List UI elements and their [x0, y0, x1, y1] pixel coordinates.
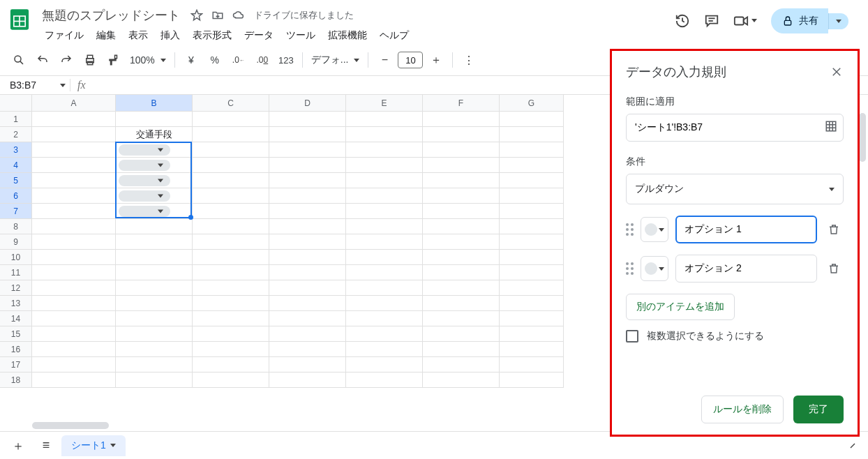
cell-D15[interactable]: [269, 326, 346, 342]
cell-B1[interactable]: [116, 112, 193, 127]
cell-E17[interactable]: [346, 357, 423, 373]
row-header-15[interactable]: 15: [0, 326, 32, 342]
cell-E18[interactable]: [346, 373, 423, 388]
cell-E9[interactable]: [346, 234, 423, 250]
option-color-1[interactable]: [641, 217, 668, 242]
row-header-12[interactable]: 12: [0, 280, 32, 296]
cell-F18[interactable]: [423, 373, 500, 388]
meet-icon[interactable]: [732, 12, 750, 30]
cell-E10[interactable]: [346, 250, 423, 265]
cell-D13[interactable]: [269, 296, 346, 311]
cell-C3[interactable]: [193, 142, 269, 158]
cell-D18[interactable]: [269, 373, 346, 388]
col-header-G[interactable]: G: [500, 95, 564, 112]
dropdown-chip[interactable]: [119, 206, 170, 217]
cell-G13[interactable]: [500, 296, 564, 311]
option-input-1[interactable]: [675, 216, 817, 243]
cell-B17[interactable]: [116, 357, 193, 373]
cell-A2[interactable]: [32, 127, 116, 142]
format-123-button[interactable]: 123: [276, 50, 297, 70]
cell-E3[interactable]: [346, 142, 423, 158]
col-header-A[interactable]: A: [32, 95, 116, 112]
sheets-logo[interactable]: [6, 6, 33, 33]
menu-help[interactable]: ヘルプ: [374, 27, 414, 45]
cell-B13[interactable]: [116, 296, 193, 311]
cell-F13[interactable]: [423, 296, 500, 311]
cell-F15[interactable]: [423, 326, 500, 342]
cell-F5[interactable]: [423, 173, 500, 188]
cell-B7[interactable]: [116, 204, 193, 219]
cell-E16[interactable]: [346, 342, 423, 357]
cell-D4[interactable]: [269, 158, 346, 173]
cell-D12[interactable]: [269, 280, 346, 296]
cell-C7[interactable]: [193, 204, 269, 219]
row-header-17[interactable]: 17: [0, 357, 32, 373]
cell-C14[interactable]: [193, 311, 269, 326]
cell-D8[interactable]: [269, 219, 346, 234]
cell-B11[interactable]: [116, 265, 193, 280]
cell-C8[interactable]: [193, 219, 269, 234]
add-sheet-button[interactable]: ＋: [6, 435, 31, 456]
cell-E4[interactable]: [346, 158, 423, 173]
delete-rule-button[interactable]: ルールを削除: [701, 396, 784, 423]
row-header-1[interactable]: 1: [0, 112, 32, 127]
cell-C4[interactable]: [193, 158, 269, 173]
menu-format[interactable]: 表示形式: [187, 27, 237, 45]
row-header-7[interactable]: 7: [0, 204, 32, 219]
cell-C5[interactable]: [193, 173, 269, 188]
doc-title[interactable]: 無題のスプレッドシート: [39, 6, 183, 25]
share-button[interactable]: 共有: [771, 8, 828, 33]
print-icon[interactable]: [80, 50, 100, 70]
cell-G1[interactable]: [500, 112, 564, 127]
share-dropdown[interactable]: [828, 13, 848, 29]
cell-B10[interactable]: [116, 250, 193, 265]
menu-view[interactable]: 表示: [123, 27, 154, 45]
cell-C17[interactable]: [193, 357, 269, 373]
row-header-9[interactable]: 9: [0, 234, 32, 250]
add-item-button[interactable]: 別のアイテムを追加: [626, 294, 735, 320]
cell-C16[interactable]: [193, 342, 269, 357]
font-size-increase[interactable]: ＋: [426, 50, 447, 70]
col-header-C[interactable]: C: [193, 95, 269, 112]
cell-B9[interactable]: [116, 234, 193, 250]
cell-C6[interactable]: [193, 188, 269, 204]
cell-B3[interactable]: [116, 142, 193, 158]
cell-F16[interactable]: [423, 342, 500, 357]
menu-insert[interactable]: 挿入: [155, 27, 186, 45]
row-header-5[interactable]: 5: [0, 173, 32, 188]
delete-option-1-icon[interactable]: [824, 220, 844, 239]
cell-A16[interactable]: [32, 342, 116, 357]
cell-E12[interactable]: [346, 280, 423, 296]
cell-D2[interactable]: [269, 127, 346, 142]
cell-A17[interactable]: [32, 357, 116, 373]
cell-C15[interactable]: [193, 326, 269, 342]
cell-E6[interactable]: [346, 188, 423, 204]
cell-G3[interactable]: [500, 142, 564, 158]
cell-D11[interactable]: [269, 265, 346, 280]
menu-edit[interactable]: 編集: [91, 27, 121, 45]
cell-G18[interactable]: [500, 373, 564, 388]
drag-handle-icon[interactable]: [626, 262, 634, 275]
cell-F11[interactable]: [423, 265, 500, 280]
cell-G9[interactable]: [500, 234, 564, 250]
col-header-E[interactable]: E: [346, 95, 423, 112]
cell-G17[interactable]: [500, 357, 564, 373]
option-color-2[interactable]: [641, 256, 668, 281]
cell-A4[interactable]: [32, 158, 116, 173]
cell-A12[interactable]: [32, 280, 116, 296]
multi-select-row[interactable]: 複数選択できるようにする: [626, 330, 844, 345]
cell-B5[interactable]: [116, 173, 193, 188]
cell-G2[interactable]: [500, 127, 564, 142]
cell-G10[interactable]: [500, 250, 564, 265]
cell-B12[interactable]: [116, 280, 193, 296]
font-select[interactable]: デフォ...: [308, 54, 363, 66]
font-size-input[interactable]: 10: [398, 52, 423, 68]
menu-file[interactable]: ファイル: [39, 27, 89, 45]
cell-G6[interactable]: [500, 188, 564, 204]
row-header-6[interactable]: 6: [0, 188, 32, 204]
cell-F14[interactable]: [423, 311, 500, 326]
cell-A5[interactable]: [32, 173, 116, 188]
cell-E7[interactable]: [346, 204, 423, 219]
row-header-11[interactable]: 11: [0, 265, 32, 280]
cell-F10[interactable]: [423, 250, 500, 265]
